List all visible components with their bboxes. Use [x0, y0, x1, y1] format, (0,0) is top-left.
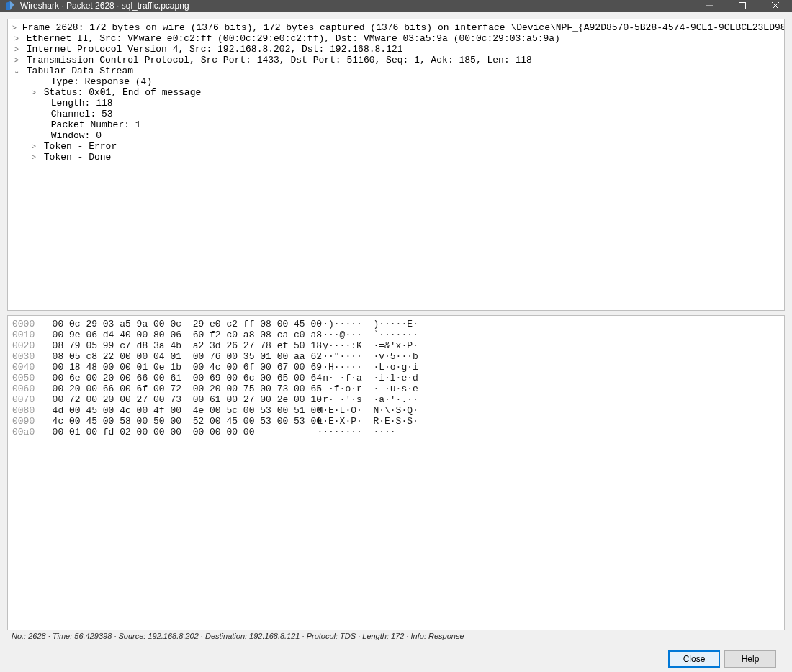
close-window-button[interactable]	[759, 0, 792, 12]
hex-offset: 0070	[12, 394, 41, 405]
hex-row[interactable]: 0070 00 72 00 20 00 27 00 73 00 61 00 27…	[12, 394, 780, 405]
hex-row[interactable]: 0060 00 20 00 66 00 6f 00 72 00 20 00 75…	[12, 383, 780, 394]
hex-offset: 00a0	[12, 427, 41, 437]
tree-row-text: Status: 0x01, End of message	[38, 87, 201, 98]
tree-row-text: Token - Done	[38, 152, 111, 163]
hex-row[interactable]: 0090 4c 00 45 00 58 00 50 00 52 00 45 00…	[12, 416, 780, 427]
client-area: > Frame 2628: 172 bytes on wire (1376 bi…	[0, 12, 792, 672]
expander-closed-icon[interactable]: >	[30, 141, 38, 152]
hex-bytes: 00 72 00 20 00 27 00 73 00 61 00 27 00 2…	[41, 394, 300, 405]
tree-row[interactable]: > Token - Error	[12, 141, 784, 152]
tree-row-text: Packet Number: 1	[45, 119, 141, 130]
hex-offset: 0060	[12, 383, 41, 394]
expander-closed-icon[interactable]: >	[30, 152, 38, 163]
hex-row[interactable]: 0040 00 18 48 00 00 01 0e 1b 00 4c 00 6f…	[12, 362, 780, 373]
tree-row[interactable]: Channel: 53	[12, 109, 784, 119]
tree-row-text: Ethernet II, Src: VMware_e0:c2:ff (00:0c…	[21, 33, 560, 44]
hex-offset: 0030	[12, 351, 41, 362]
expander-closed-icon[interactable]: >	[12, 33, 21, 44]
hex-ascii: L·E·X·P· R·E·S·S·	[300, 416, 418, 427]
hex-offset: 0040	[12, 362, 41, 373]
status-bar: No.: 2628 · Time: 56.429398 · Source: 19…	[7, 630, 785, 643]
title-bar: Wireshark · Packet 2628 · sql_traffic.pc…	[0, 0, 792, 12]
tree-row[interactable]: > Transmission Control Protocol, Src Por…	[12, 55, 784, 65]
hex-offset: 0090	[12, 416, 41, 427]
expander-closed-icon[interactable]: >	[12, 44, 21, 55]
hex-row[interactable]: 0030 08 05 c8 22 00 00 04 01 00 76 00 35…	[12, 351, 780, 362]
hex-ascii: ·y····:K ·=&'x·P·	[300, 340, 418, 351]
hex-row[interactable]: 00a0 00 01 00 fd 02 00 00 00 00 00 00 00…	[12, 427, 780, 437]
tree-row-text: Window: 0	[45, 130, 102, 141]
tree-row-text: Token - Error	[38, 141, 117, 152]
tree-row-text: Length: 118	[45, 98, 113, 109]
hex-row[interactable]: 0020 08 79 05 99 c7 d8 3a 4b a2 3d 26 27…	[12, 340, 780, 351]
tree-row-text: Type: Response (4)	[45, 76, 152, 87]
hex-offset: 0000	[12, 319, 41, 330]
tree-row-text: Transmission Control Protocol, Src Port:…	[21, 55, 532, 65]
tree-row[interactable]: > Ethernet II, Src: VMware_e0:c2:ff (00:…	[12, 33, 784, 44]
expander-closed-icon[interactable]: >	[12, 55, 21, 65]
expander-closed-icon[interactable]: >	[30, 87, 38, 98]
hex-bytes: 00 0c 29 03 a5 9a 00 0c 29 e0 c2 ff 08 0…	[41, 319, 300, 330]
packet-bytes-hex[interactable]: 0000 00 0c 29 03 a5 9a 00 0c 29 e0 c2 ff…	[7, 315, 785, 630]
hex-ascii: ···"···· ·v·5···b	[300, 351, 418, 362]
hex-offset: 0020	[12, 340, 41, 351]
tree-row-text: Internet Protocol Version 4, Src: 192.16…	[21, 44, 403, 55]
tree-row[interactable]: ⌄ Tabular Data Stream	[12, 65, 784, 76]
window-title: Wireshark · Packet 2628 · sql_traffic.pc…	[20, 1, 693, 11]
tree-row[interactable]: Length: 118	[12, 98, 784, 109]
tree-row[interactable]: > Status: 0x01, End of message	[12, 87, 784, 98]
hex-offset: 0080	[12, 405, 41, 416]
hex-ascii: · ·f·o·r · ·u·s·e	[300, 383, 418, 394]
tree-row[interactable]: > Internet Protocol Version 4, Src: 192.…	[12, 44, 784, 55]
hex-bytes: 08 05 c8 22 00 00 04 01 00 76 00 35 01 0…	[41, 351, 300, 362]
window-controls	[693, 0, 792, 12]
tree-row[interactable]: Type: Response (4)	[12, 76, 784, 87]
hex-row[interactable]: 0080 4d 00 45 00 4c 00 4f 00 4e 00 5c 00…	[12, 405, 780, 416]
tree-row-text: Frame 2628: 172 bytes on wire (1376 bits…	[17, 22, 785, 33]
hex-offset: 0010	[12, 330, 41, 340]
hex-row[interactable]: 0010 00 9e 06 d4 40 00 80 06 60 f2 c0 a8…	[12, 330, 780, 340]
hex-bytes: 08 79 05 99 c7 d8 3a 4b a2 3d 26 27 78 e…	[41, 340, 300, 351]
hex-row[interactable]: 0050 00 6e 00 20 00 66 00 61 00 69 00 6c…	[12, 373, 780, 383]
hex-offset: 0050	[12, 373, 41, 383]
hex-bytes: 00 9e 06 d4 40 00 80 06 60 f2 c0 a8 08 c…	[41, 330, 300, 340]
tree-row[interactable]: Window: 0	[12, 130, 784, 141]
hex-row[interactable]: 0000 00 0c 29 03 a5 9a 00 0c 29 e0 c2 ff…	[12, 319, 780, 330]
hex-bytes: 00 18 48 00 00 01 0e 1b 00 4c 00 6f 00 6…	[41, 362, 300, 373]
hex-ascii: ··)····· )·····E·	[300, 319, 418, 330]
packet-details-tree[interactable]: > Frame 2628: 172 bytes on wire (1376 bi…	[7, 19, 785, 311]
tree-row[interactable]: > Token - Done	[12, 152, 784, 163]
help-button[interactable]: Help	[724, 650, 776, 668]
hex-ascii: ········ ····	[300, 427, 396, 437]
app-icon	[4, 0, 16, 12]
tree-row-text: Channel: 53	[45, 109, 113, 119]
expander-open-icon[interactable]: ⌄	[12, 65, 21, 76]
hex-bytes: 4c 00 45 00 58 00 50 00 52 00 45 00 53 0…	[41, 416, 300, 427]
hex-bytes: 00 6e 00 20 00 66 00 61 00 69 00 6c 00 6…	[41, 373, 300, 383]
maximize-button[interactable]	[726, 0, 759, 12]
hex-ascii: ·r· ·'·s ·a·'·.··	[300, 394, 418, 405]
tree-row[interactable]: > Frame 2628: 172 bytes on wire (1376 bi…	[12, 22, 784, 33]
tree-row-text: Tabular Data Stream	[21, 65, 133, 76]
hex-ascii: ·n· ·f·a ·i·l·e·d	[300, 373, 418, 383]
hex-bytes: 4d 00 45 00 4c 00 4f 00 4e 00 5c 00 53 0…	[41, 405, 300, 416]
hex-bytes: 00 20 00 66 00 6f 00 72 00 20 00 75 00 7…	[41, 383, 300, 394]
dialog-buttons: Close Help	[7, 643, 785, 672]
hex-ascii: M·E·L·O· N·\·S·Q·	[300, 405, 418, 416]
hex-ascii: ··H····· ·L·o·g·i	[300, 362, 418, 373]
svg-rect-1	[739, 3, 746, 9]
minimize-button[interactable]	[693, 0, 726, 12]
tree-row[interactable]: Packet Number: 1	[12, 119, 784, 130]
hex-ascii: ····@··· `·······	[300, 330, 418, 340]
hex-bytes: 00 01 00 fd 02 00 00 00 00 00 00 00	[41, 427, 300, 437]
close-button[interactable]: Close	[668, 650, 720, 668]
